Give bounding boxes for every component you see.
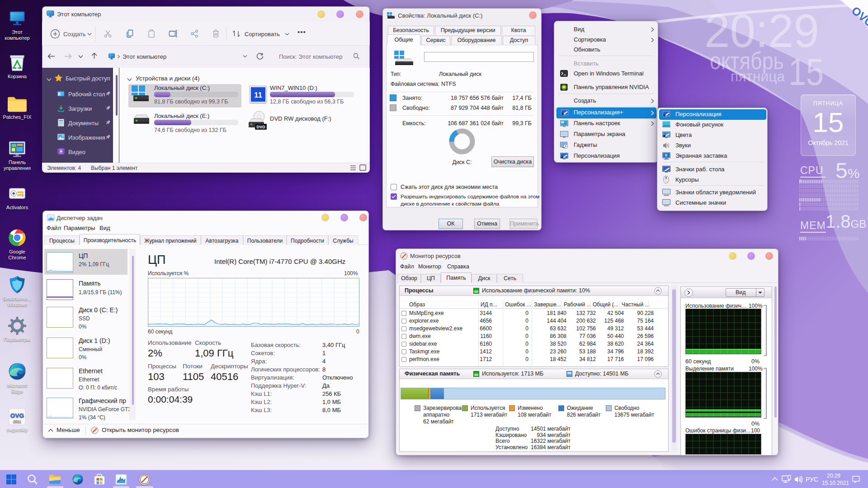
svg-text:15: 15 [788,51,824,93]
svg-text:11: 11 [254,91,262,99]
svg-text:пятница: пятница [731,69,785,84]
svg-text:OVG: OVG [10,412,24,419]
svg-text:2021: 2021 [13,420,22,424]
svg-text:DVD: DVD [256,125,265,129]
